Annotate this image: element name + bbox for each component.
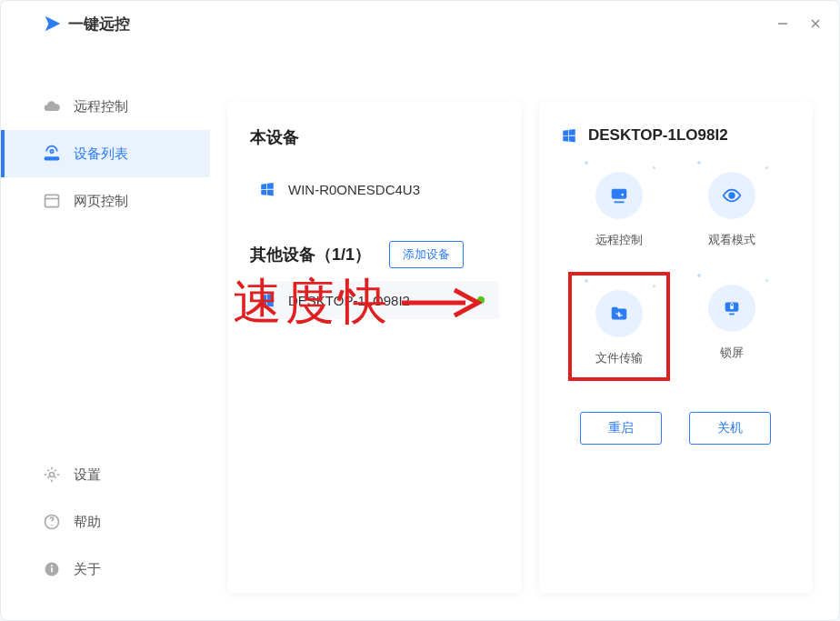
selected-device-title: DESKTOP-1LO98I2 (588, 126, 728, 145)
other-device-row[interactable]: DESKTOP-1LO98I2 (250, 281, 499, 319)
devices-icon (43, 145, 61, 163)
eye-icon (722, 185, 742, 205)
svg-rect-12 (612, 189, 627, 199)
app-logo: 一键远控 (43, 14, 130, 35)
sidebar-item-label: 帮助 (74, 514, 101, 531)
sidebar-item-label: 网页控制 (74, 193, 128, 210)
svg-rect-10 (51, 567, 53, 572)
svg-point-13 (729, 193, 735, 198)
devices-panel: 本设备 WIN-R0ONESDC4U3 其他设备（1/1） 添加设备 DESKT… (228, 101, 521, 593)
shutdown-button[interactable]: 关机 (689, 412, 771, 445)
svg-rect-16 (730, 305, 734, 309)
sidebar-item-device-list[interactable]: 设备列表 (1, 130, 210, 177)
sidebar-item-label: 设备列表 (74, 145, 128, 163)
titlebar: 一键远控 (1, 1, 839, 46)
lock-screen-icon (722, 298, 742, 318)
action-label: 观看模式 (708, 232, 755, 248)
sidebar-item-web-control[interactable]: 网页控制 (1, 177, 210, 225)
action-lock-screen[interactable]: 锁屏 (703, 285, 761, 372)
gear-icon (43, 466, 61, 484)
cloud-icon (43, 97, 61, 115)
this-device-heading: 本设备 (250, 126, 499, 148)
close-button[interactable] (806, 15, 825, 33)
action-watch-mode[interactable]: 观看模式 (703, 172, 761, 248)
info-icon (43, 560, 61, 578)
svg-rect-4 (45, 157, 59, 160)
restart-button[interactable]: 重启 (580, 412, 662, 445)
monitor-icon (609, 185, 629, 205)
device-actions-panel: DESKTOP-1LO98I2 远程控制 观看模式 (539, 101, 812, 593)
sidebar-item-settings[interactable]: 设置 (1, 451, 210, 498)
sidebar-item-label: 关于 (74, 561, 101, 578)
action-label: 远程控制 (595, 232, 643, 248)
browser-icon (43, 192, 61, 210)
svg-rect-5 (45, 195, 59, 206)
windows-icon (561, 127, 577, 144)
help-icon (43, 513, 61, 531)
action-file-transfer[interactable]: 文件传输 (590, 285, 648, 372)
minimize-button[interactable] (774, 15, 792, 33)
sidebar-item-label: 远程控制 (74, 98, 128, 115)
svg-point-11 (51, 565, 53, 566)
other-devices-heading: 其他设备（1/1） (250, 244, 371, 265)
svg-rect-15 (729, 314, 735, 316)
sidebar-item-label: 设置 (74, 466, 101, 484)
svg-point-3 (50, 150, 53, 153)
this-device-row[interactable]: WIN-R0ONESDC4U3 (250, 170, 499, 208)
action-label: 锁屏 (720, 345, 744, 361)
device-name: WIN-R0ONESDC4U3 (288, 182, 420, 197)
online-status-dot (477, 296, 485, 304)
sidebar-item-help[interactable]: 帮助 (1, 498, 210, 546)
logo-icon (43, 14, 63, 34)
action-remote-control[interactable]: 远程控制 (590, 172, 648, 248)
svg-point-7 (50, 473, 55, 477)
windows-icon (259, 181, 275, 197)
device-name: DESKTOP-1LO98I2 (288, 293, 410, 308)
sidebar-item-about[interactable]: 关于 (1, 546, 210, 593)
add-device-button[interactable]: 添加设备 (389, 241, 464, 268)
sidebar: 远程控制 设备列表 网页控制 设置 (1, 46, 210, 620)
windows-icon (259, 292, 275, 308)
sidebar-item-remote-control[interactable]: 远程控制 (1, 83, 210, 130)
folder-transfer-icon (609, 304, 629, 324)
app-name: 一键远控 (68, 14, 130, 35)
